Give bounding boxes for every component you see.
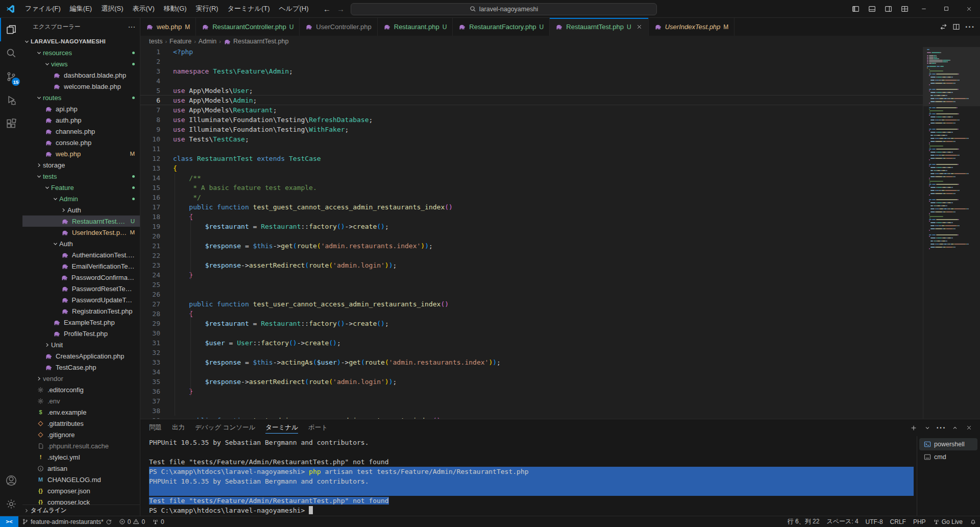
menu-item[interactable]: 編集(E) [65,0,96,17]
breadcrumb-item[interactable]: Feature [169,38,191,45]
code-line[interactable]: 11 [140,144,923,154]
tree-file-row[interactable]: artisan [22,463,140,474]
code-line[interactable]: 10use Tests\TestCase; [140,134,923,144]
tree-folder-row[interactable]: Auth [22,204,140,215]
code-line[interactable]: 4 [140,76,923,86]
terminal-profile-dropdown-icon[interactable] [921,422,934,434]
menu-item[interactable]: 移動(G) [159,0,191,17]
code-line[interactable]: 25 [140,280,923,290]
tree-folder-row[interactable]: storage [22,159,140,171]
toggle-sidebar-icon[interactable] [847,0,864,17]
notifications-bell-icon[interactable] [966,516,980,527]
code-line[interactable]: 20 [140,231,923,241]
history-forward-icon[interactable]: → [337,5,345,13]
tree-folder-row[interactable]: Admin [22,193,140,204]
source-control-icon[interactable]: 15 [0,65,22,88]
code-line[interactable]: 8use Illuminate\Foundation\Testing\Refre… [140,115,923,125]
tree-file-row[interactable]: RegistrationTest.php [22,305,140,317]
code-line[interactable]: 33 $response = $this->actingAs($user)->g… [140,357,923,367]
tree-file-row[interactable]: TestCase.php [22,362,140,373]
git-branch-item[interactable]: feature-admin-restaurants* [18,516,115,527]
timeline-section[interactable]: タイムライン [22,505,140,516]
code-line[interactable]: 13{ [140,163,923,173]
code-line[interactable]: 9use Illuminate\Foundation\Testing\WithF… [140,125,923,134]
toggle-panel-icon[interactable] [864,0,880,17]
code-line[interactable]: 2 [140,57,923,66]
terminal-list-item[interactable]: cmd [919,451,977,463]
run-debug-icon[interactable] [0,88,22,112]
code-line[interactable]: 26 [140,290,923,299]
tree-file-row[interactable]: web.phpM [22,148,140,159]
window-maximize-icon[interactable] [935,0,958,17]
tree-file-row[interactable]: {}composer.lock [22,496,140,505]
tree-file-row[interactable]: RestauarntTest.phpU [22,215,140,227]
code-line[interactable]: 38 [140,406,923,416]
code-line[interactable]: 35 $response->assertRedirect(route('admi… [140,377,923,387]
tree-file-row[interactable]: AuthenticationTest.php [22,249,140,260]
code-line[interactable]: 39 public function test_admin_can_access… [140,416,923,419]
code-line[interactable]: 15 * A basic feature test example. [140,183,923,193]
editor-tab[interactable]: UserController.php [300,18,377,36]
tree-file-row[interactable]: .phpunit.result.cache [22,440,140,451]
panel-more-actions-icon[interactable]: ··· [935,422,947,434]
ports-item[interactable]: 0 [149,516,168,527]
tree-root-folder[interactable]: LARAVEL-NAGOYAMESHI [22,36,140,47]
tree-file-row[interactable]: PasswordResetTest.php [22,283,140,294]
compare-changes-icon[interactable] [940,23,947,31]
remote-indicator[interactable]: >< [0,516,18,527]
tree-folder-row[interactable]: vendor [22,373,140,384]
menu-item[interactable]: ヘルプ(H) [275,0,313,17]
settings-gear-icon[interactable] [0,492,22,516]
tree-file-row[interactable]: .gitattributes [22,418,140,429]
code-line[interactable]: 18 { [140,212,923,222]
tree-file-row[interactable]: CreatesApplication.php [22,350,140,362]
encoding-item[interactable]: UTF-8 [862,516,887,527]
code-line[interactable]: 34 [140,367,923,377]
menu-item[interactable]: ファイル(F) [20,0,65,17]
minimap[interactable] [923,47,980,419]
window-minimize-icon[interactable] [913,0,935,17]
menu-item[interactable]: ターミナル(T) [223,0,275,17]
editor-tab[interactable]: RestaurantController.phpU [196,18,300,36]
tree-folder-row[interactable]: routes [22,92,140,103]
go-live-item[interactable]: Go Live [929,516,966,527]
code-line[interactable]: 28 { [140,309,923,319]
search-icon[interactable] [0,41,22,65]
split-editor-icon[interactable] [952,23,960,31]
terminal-output[interactable]: PHPUnit 10.5.35 by Sebastian Bergmann an… [140,436,917,516]
code-line[interactable]: 29 $restaurant = Restaurant::factory()->… [140,319,923,328]
code-line[interactable]: 16 */ [140,193,923,202]
panel-tab-item[interactable]: デバッグ コンソール [195,419,255,436]
tree-folder-row[interactable]: Unit [22,339,140,350]
tree-file-row[interactable]: MCHANGELOG.md [22,474,140,485]
code-line[interactable]: 17 public function test_guest_cannot_acc… [140,202,923,212]
window-close-icon[interactable] [958,0,980,17]
tree-folder-row[interactable]: Feature [22,182,140,193]
extensions-icon[interactable] [0,112,22,135]
problems-item[interactable]: 0 0 [115,516,149,527]
code-line[interactable]: 30 [140,328,923,338]
code-line[interactable]: 32 [140,348,923,357]
panel-tab-item[interactable]: 問題 [149,419,162,436]
code-line[interactable]: 6use App\Models\Admin; [140,95,923,105]
code-line[interactable]: 36 } [140,387,923,396]
menu-item[interactable]: 実行(R) [191,0,223,17]
tree-file-row[interactable]: !.styleci.yml [22,451,140,463]
code-line[interactable]: 22 [140,251,923,260]
code-line[interactable]: 37 [140,396,923,406]
tree-file-row[interactable]: console.php [22,137,140,148]
explorer-more-actions-icon[interactable]: ··· [129,24,136,30]
code-line[interactable]: 5use App\Models\User; [140,86,923,95]
eol-item[interactable]: CRLF [887,516,910,527]
menu-item[interactable]: 表示(V) [128,0,159,17]
indentation-item[interactable]: スペース: 4 [823,516,862,527]
tree-file-row[interactable]: .gitignore [22,429,140,440]
history-back-icon[interactable]: ← [323,5,331,13]
tree-file-row[interactable]: auth.php [22,114,140,126]
breadcrumb-item[interactable]: RestauarntTest.php [224,38,288,45]
code-line[interactable]: 12class RestauarntTest extends TestCase [140,154,923,163]
tree-file-row[interactable]: .env [22,395,140,406]
command-center-search[interactable]: laravel-nagoyameshi [351,3,657,15]
terminal-list-item[interactable]: powershell [919,438,977,450]
code-editor[interactable]: 1<?php23namespace Tests\Feature\Admin;45… [140,47,980,419]
